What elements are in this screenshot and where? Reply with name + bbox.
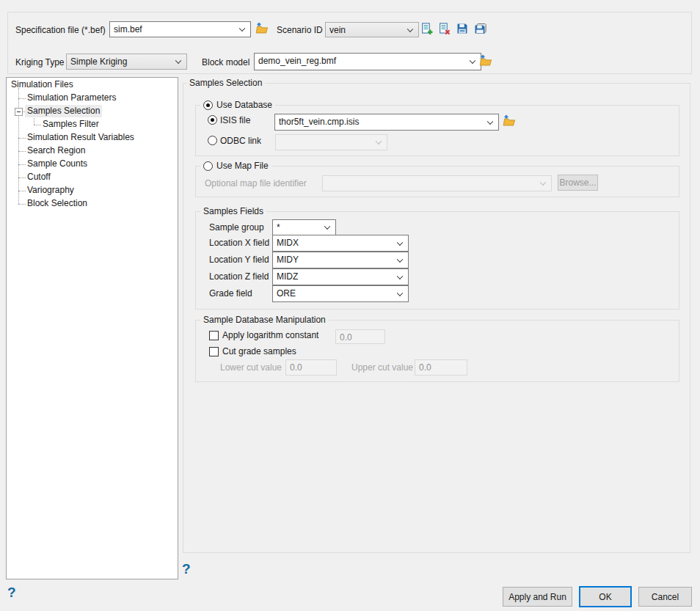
help-icon[interactable]: ? — [182, 562, 191, 576]
tree-item-samples-filter[interactable]: Samples Filter — [40, 118, 101, 131]
chevron-down-icon[interactable] — [397, 273, 403, 279]
chevron-down-icon[interactable] — [239, 26, 245, 32]
upper-cut-value: 0.0 — [419, 362, 431, 373]
use-map-file-radio[interactable] — [203, 161, 213, 171]
kriging-type-combo[interactable]: Simple Kriging — [66, 54, 187, 70]
save-scenario-as-icon[interactable] — [474, 23, 487, 35]
samples-selection-group: Samples Selection Use Database ISIS file… — [183, 83, 690, 553]
apply-and-run-button[interactable]: Apply and Run — [503, 587, 572, 607]
upper-cut-label: Upper cut value — [351, 362, 413, 373]
tree-item-simulation-files[interactable]: Simulation Files — [9, 78, 76, 91]
open-folder-icon[interactable] — [255, 22, 269, 34]
chevron-down-icon — [540, 180, 546, 186]
tree-item-simulation-parameters[interactable]: Simulation Parameters — [25, 92, 118, 104]
tree-connector — [34, 118, 34, 125]
chevron-down-icon[interactable] — [407, 26, 413, 32]
scenario-id-label: Scenario ID — [277, 25, 323, 36]
open-folder-icon[interactable] — [503, 114, 516, 127]
tree-item-search-region[interactable]: Search Region — [25, 144, 87, 157]
isis-file-value: thor5ft_vein.cmp.isis — [279, 117, 359, 127]
tree-item-samples-selection[interactable]: Samples Selection — [25, 105, 102, 117]
apply-log-input: 0.0 — [335, 329, 385, 344]
block-model-label: Block model — [202, 57, 249, 68]
spec-file-value: sim.bef — [114, 24, 142, 34]
grade-field-combo[interactable]: ORE — [272, 285, 409, 302]
sample-db-manipulation-group: Sample Database Manipulation Apply logar… — [195, 320, 679, 382]
sample-db-manipulation-title: Sample Database Manipulation — [200, 315, 329, 326]
lower-cut-input: 0.0 — [285, 359, 337, 376]
block-model-combo[interactable]: demo_vein_reg.bmf — [254, 53, 481, 70]
open-folder-icon[interactable] — [479, 54, 492, 67]
apply-log-value: 0.0 — [340, 332, 352, 343]
chevron-down-icon[interactable] — [324, 224, 330, 230]
tree-item-simulation-result-variables[interactable]: Simulation Result Variables — [25, 131, 136, 144]
map-identifier-label: Optional map file identifier — [205, 178, 307, 189]
samples-fields-title: Samples Fields — [200, 206, 266, 217]
location-z-combo[interactable]: MIDZ — [272, 268, 409, 285]
chevron-down-icon[interactable] — [175, 58, 181, 64]
isis-file-label: ISIS file — [220, 115, 250, 126]
use-database-radio[interactable] — [203, 100, 213, 110]
scenario-id-value: vein — [329, 25, 346, 35]
cancel-label: Cancel — [652, 592, 679, 602]
odbc-link-combo — [275, 134, 387, 150]
kriging-type-value: Simple Kriging — [70, 56, 127, 67]
tree-connector — [18, 88, 19, 204]
chevron-down-icon[interactable] — [397, 239, 403, 245]
tree-item-cutoff[interactable]: Cutoff — [25, 171, 53, 183]
upper-cut-input: 0.0 — [415, 359, 467, 376]
navigation-tree: Simulation Files Simulation Parameters S… — [6, 77, 178, 579]
chevron-down-icon[interactable] — [397, 256, 403, 262]
cut-grade-checkbox[interactable] — [209, 347, 219, 356]
use-database-label: Use Database — [216, 100, 272, 111]
use-map-file-label: Use Map File — [216, 161, 269, 172]
ok-button[interactable]: OK — [579, 586, 632, 607]
lower-cut-label: Lower cut value — [220, 362, 282, 373]
sample-group-label: Sample group — [209, 222, 264, 233]
isis-file-radio[interactable] — [208, 115, 217, 125]
isis-file-combo[interactable]: thor5ft_vein.cmp.isis — [274, 114, 499, 131]
location-z-value: MIDZ — [277, 271, 298, 282]
location-x-combo[interactable]: MIDX — [272, 235, 409, 252]
tree-item-sample-counts[interactable]: Sample Counts — [25, 158, 90, 170]
tree-collapse-icon[interactable] — [15, 108, 23, 116]
apply-log-checkbox[interactable] — [209, 331, 219, 340]
location-x-value: MIDX — [277, 238, 299, 248]
file-settings-panel: Specification file (*.bef) sim.bef Scena… — [7, 12, 692, 74]
help-icon[interactable]: ? — [7, 585, 16, 599]
sample-group-value: * — [277, 222, 280, 233]
location-y-label: Location Y field — [209, 255, 269, 266]
tree-item-variography[interactable]: Variography — [25, 184, 76, 197]
location-y-combo[interactable]: MIDY — [272, 252, 409, 268]
kriging-type-label: Kriging Type — [15, 57, 65, 68]
add-scenario-icon[interactable] — [420, 23, 434, 35]
spec-file-label: Specification file (*.bef) — [15, 25, 106, 36]
tree-item-block-selection[interactable]: Block Selection — [25, 197, 90, 210]
browse-button: Browse... — [558, 175, 598, 191]
odbc-link-label: ODBC link — [220, 136, 261, 147]
apply-log-label: Apply logarithm constant — [222, 330, 318, 341]
browse-button-label: Browse... — [559, 178, 596, 188]
cancel-button[interactable]: Cancel — [638, 587, 692, 607]
delete-scenario-icon[interactable] — [438, 23, 451, 35]
grade-field-label: Grade field — [209, 288, 252, 299]
location-x-label: Location X field — [209, 238, 269, 249]
use-map-file-group: Use Map File Optional map file identifie… — [195, 166, 679, 197]
spec-file-combo[interactable]: sim.bef — [109, 21, 251, 37]
scenario-id-combo[interactable]: vein — [325, 22, 419, 37]
grade-field-value: ORE — [277, 288, 296, 299]
chevron-down-icon[interactable] — [487, 118, 493, 124]
chevron-down-icon[interactable] — [470, 58, 475, 64]
sample-group-combo[interactable]: * — [272, 219, 336, 235]
apply-and-run-label: Apply and Run — [508, 592, 566, 602]
chevron-down-icon[interactable] — [397, 290, 403, 296]
location-y-value: MIDY — [277, 255, 299, 265]
use-database-group: Use Database ISIS file thor5ft_vein.cmp.… — [195, 105, 679, 156]
chevron-down-icon — [376, 139, 382, 144]
ok-label: OK — [599, 592, 611, 602]
location-z-label: Location Z field — [209, 271, 269, 282]
block-model-value: demo_vein_reg.bmf — [258, 56, 336, 66]
odbc-link-radio[interactable] — [208, 136, 217, 145]
save-scenario-icon[interactable] — [456, 23, 470, 35]
lower-cut-value: 0.0 — [290, 362, 302, 373]
